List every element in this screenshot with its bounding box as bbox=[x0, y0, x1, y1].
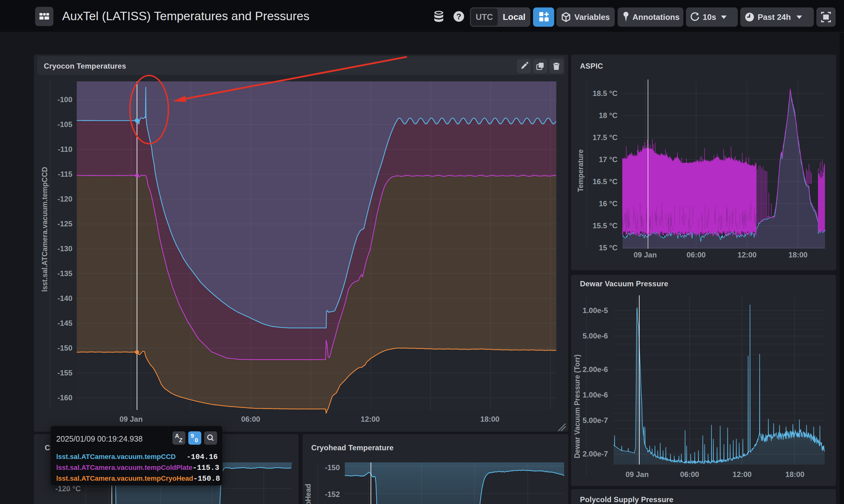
svg-text:0: 0 bbox=[195, 437, 198, 444]
svg-text:Z: Z bbox=[179, 437, 183, 444]
svg-text:A: A bbox=[175, 433, 179, 439]
svg-text:9: 9 bbox=[191, 433, 194, 439]
